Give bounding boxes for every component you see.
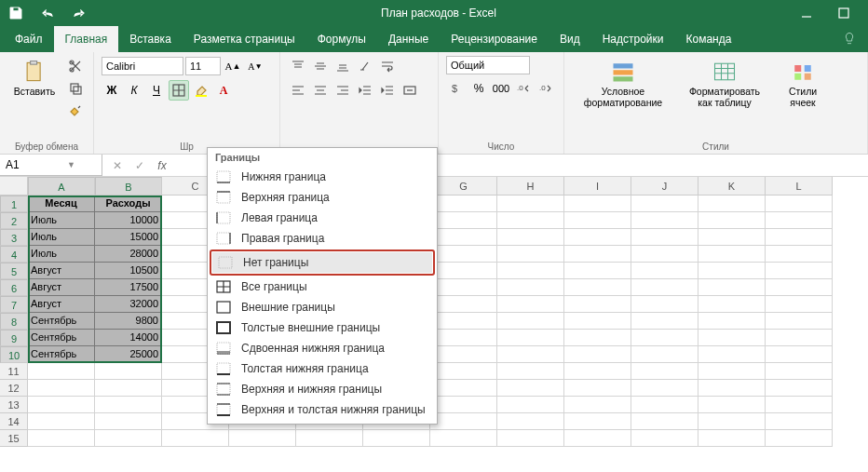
cell-A2[interactable]: Июль <box>28 212 95 229</box>
borders-item-1[interactable]: Верхняя граница <box>208 187 437 208</box>
cell-J12[interactable] <box>631 380 698 397</box>
cell-D15[interactable] <box>229 430 296 447</box>
cell-H1[interactable] <box>497 196 564 212</box>
cell-G10[interactable] <box>430 346 497 363</box>
cell-H15[interactable] <box>497 430 564 447</box>
cell-I2[interactable] <box>564 212 631 229</box>
save-button[interactable] <box>6 3 26 23</box>
align-bottom-button[interactable] <box>332 56 353 76</box>
increase-indent-button[interactable] <box>377 80 398 101</box>
borders-item-9[interactable]: Толстая нижняя граница <box>208 358 437 379</box>
cell-B7[interactable]: 32000 <box>95 296 162 313</box>
borders-item-8[interactable]: Сдвоенная нижняя граница <box>208 338 437 358</box>
cell-A10[interactable]: Сентябрь <box>28 346 95 363</box>
underline-button[interactable]: Ч <box>146 80 167 101</box>
borders-item-3[interactable]: Правая граница <box>208 228 437 249</box>
cell-J4[interactable] <box>631 246 698 263</box>
cell-A13[interactable] <box>28 397 95 413</box>
decrease-decimal-button[interactable]: .0 <box>536 78 556 99</box>
cell-J9[interactable] <box>631 330 698 346</box>
percent-button[interactable]: % <box>468 78 489 99</box>
cell-H9[interactable] <box>497 330 564 346</box>
align-center-button[interactable] <box>310 80 331 101</box>
italic-button[interactable]: К <box>124 80 144 101</box>
tab-home[interactable]: Главная <box>54 26 119 52</box>
cell-L12[interactable] <box>766 380 833 397</box>
cell-J13[interactable] <box>631 397 698 413</box>
row-header-12[interactable]: 12 <box>0 380 28 397</box>
cell-H8[interactable] <box>497 313 564 330</box>
tab-addins[interactable]: Надстройки <box>591 26 675 52</box>
col-header-B[interactable]: B <box>95 177 162 196</box>
cell-F15[interactable] <box>363 430 430 447</box>
cancel-formula-button[interactable]: ✕ <box>108 157 127 174</box>
borders-item-11[interactable]: Верхняя и толстая нижняя границы <box>208 399 437 420</box>
cell-J2[interactable] <box>631 212 698 229</box>
cell-H5[interactable] <box>497 263 564 279</box>
chevron-down-icon[interactable]: ▼ <box>67 160 75 169</box>
cell-A7[interactable]: Август <box>28 296 95 313</box>
col-header-J[interactable]: J <box>631 177 698 196</box>
select-all-corner[interactable] <box>0 177 28 196</box>
cell-K12[interactable] <box>698 380 766 397</box>
borders-button[interactable] <box>169 80 189 101</box>
cell-L9[interactable] <box>766 330 833 346</box>
row-header-5[interactable]: 5 <box>0 263 28 279</box>
wrap-text-button[interactable] <box>377 56 398 76</box>
cell-B12[interactable] <box>95 380 162 397</box>
cell-G4[interactable] <box>430 246 497 263</box>
row-header-6[interactable]: 6 <box>0 279 28 296</box>
cell-A1[interactable]: Месяц <box>28 196 95 212</box>
cell-G6[interactable] <box>430 279 497 296</box>
cell-G13[interactable] <box>430 397 497 413</box>
align-top-button[interactable] <box>288 56 308 76</box>
cell-J6[interactable] <box>631 279 698 296</box>
cell-I4[interactable] <box>564 246 631 263</box>
cell-A3[interactable]: Июль <box>28 229 95 246</box>
borders-item-2[interactable]: Левая граница <box>208 208 437 228</box>
cell-L1[interactable] <box>766 196 833 212</box>
tab-file[interactable]: Файл <box>4 26 54 52</box>
cell-J14[interactable] <box>631 413 698 430</box>
cell-G3[interactable] <box>430 229 497 246</box>
name-box[interactable]: ▼ <box>0 155 102 176</box>
cell-I3[interactable] <box>564 229 631 246</box>
cell-L2[interactable] <box>766 212 833 229</box>
cell-H4[interactable] <box>497 246 564 263</box>
cell-L3[interactable] <box>766 229 833 246</box>
maximize-button[interactable] <box>825 0 862 26</box>
cell-H11[interactable] <box>497 363 564 380</box>
cell-H6[interactable] <box>497 279 564 296</box>
decrease-font-button[interactable]: A▼ <box>245 56 265 76</box>
cell-I7[interactable] <box>564 296 631 313</box>
cell-H10[interactable] <box>497 346 564 363</box>
orientation-button[interactable] <box>355 56 375 76</box>
borders-item-0[interactable]: Нижняя граница <box>208 167 437 187</box>
cell-K3[interactable] <box>698 229 766 246</box>
name-box-input[interactable] <box>6 158 61 171</box>
cell-K8[interactable] <box>698 313 766 330</box>
redo-button[interactable] <box>69 3 89 23</box>
cell-B15[interactable] <box>95 430 162 447</box>
accounting-format-button[interactable]: $ <box>446 78 467 99</box>
format-as-table-button[interactable]: Форматировать как таблицу <box>678 56 771 111</box>
cell-J3[interactable] <box>631 229 698 246</box>
tab-data[interactable]: Данные <box>377 26 440 52</box>
decrease-indent-button[interactable] <box>355 80 375 101</box>
cell-B6[interactable]: 17500 <box>95 279 162 296</box>
enter-formula-button[interactable]: ✓ <box>130 157 149 174</box>
row-header-9[interactable]: 9 <box>0 330 28 346</box>
fill-color-button[interactable] <box>191 80 211 101</box>
cell-K6[interactable] <box>698 279 766 296</box>
borders-item-4[interactable]: Нет границы <box>210 249 435 276</box>
cell-I5[interactable] <box>564 263 631 279</box>
row-header-11[interactable]: 11 <box>0 363 28 380</box>
cell-G2[interactable] <box>430 212 497 229</box>
cell-K13[interactable] <box>698 397 766 413</box>
cell-L10[interactable] <box>766 346 833 363</box>
row-header-2[interactable]: 2 <box>0 212 28 229</box>
tab-formulas[interactable]: Формулы <box>306 26 377 52</box>
borders-item-7[interactable]: Толстые внешние границы <box>208 317 437 338</box>
col-header-I[interactable]: I <box>564 177 631 196</box>
align-left-button[interactable] <box>288 80 308 101</box>
